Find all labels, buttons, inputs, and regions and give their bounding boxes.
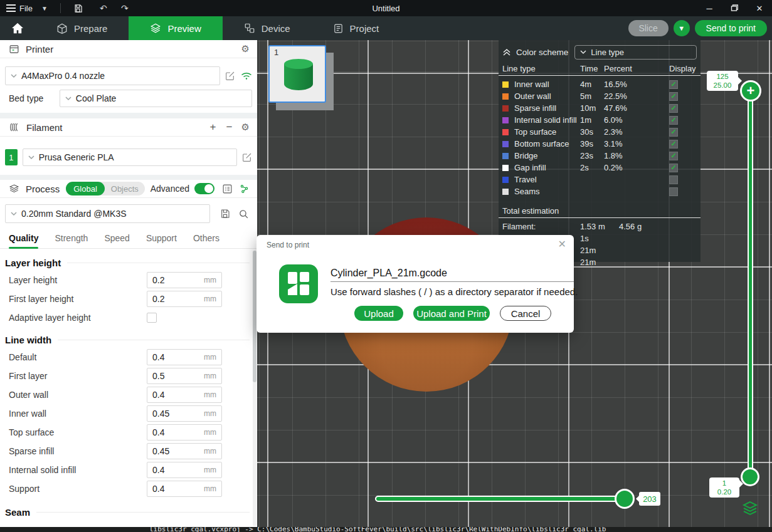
- setting-row: Default mm: [0, 349, 257, 365]
- scope-global-button[interactable]: Global: [66, 182, 105, 196]
- chevron-down-icon: [28, 155, 34, 160]
- tab-device[interactable]: Device: [223, 16, 312, 40]
- printer-preset-select[interactable]: A4MaxPro 0.4 nozzle: [5, 66, 220, 85]
- edit-filament-icon[interactable]: [242, 152, 252, 162]
- line-type-label: Outer wall: [514, 91, 580, 101]
- layer-slider-top-handle[interactable]: +: [740, 80, 761, 102]
- collapse-panel-icon[interactable]: [502, 48, 511, 56]
- view-mode-dropdown[interactable]: Line type: [574, 45, 697, 60]
- tab-support[interactable]: Support: [146, 228, 177, 249]
- tab-quality[interactable]: Quality: [9, 228, 38, 249]
- top-layer-number: 125: [709, 72, 736, 81]
- setting-row: Outer wall mm: [0, 387, 257, 403]
- display-checkbox[interactable]: ✓: [669, 164, 678, 172]
- line-width-sparse-infill-input[interactable]: [147, 446, 198, 456]
- scope-objects-button[interactable]: Objects: [105, 184, 145, 194]
- legend-column-headers: Line type Time Percent Display: [502, 61, 697, 75]
- send-to-print-button[interactable]: Send to print: [695, 20, 767, 36]
- project-icon: [333, 23, 344, 34]
- display-checkbox[interactable]: ✓: [669, 128, 678, 137]
- bottom-layer-height: 0.20: [712, 488, 737, 496]
- line-width-support-input[interactable]: [147, 484, 198, 494]
- tab-others[interactable]: Others: [193, 228, 219, 249]
- minimize-button[interactable]: ─: [697, 0, 722, 16]
- search-preset-icon[interactable]: [238, 209, 249, 219]
- move-slider-track[interactable]: [375, 496, 627, 502]
- display-checkbox[interactable]: ✓: [669, 116, 678, 125]
- legend-row: Internal solid infill 1m 6.0% ✓: [502, 114, 697, 126]
- display-checkbox[interactable]: ✓: [669, 92, 678, 101]
- bed-type-select[interactable]: Cool Plate: [60, 90, 252, 107]
- plate-thumbnail[interactable]: 1: [268, 45, 326, 103]
- display-checkbox[interactable]: ✓: [669, 80, 678, 89]
- upload-and-print-button[interactable]: Upload and Print: [413, 306, 490, 321]
- total-estimation-title: Total estimation: [502, 204, 697, 217]
- time-value: 4m: [580, 80, 604, 89]
- move-slider-handle[interactable]: [615, 489, 635, 509]
- upload-button[interactable]: Upload: [354, 306, 403, 321]
- slice-button[interactable]: Slice: [628, 20, 669, 36]
- home-button[interactable]: [0, 16, 35, 40]
- cancel-button[interactable]: Cancel: [500, 306, 551, 321]
- display-checkbox[interactable]: ✓: [669, 104, 678, 113]
- process-section-header: Process Global Objects Advanced: [0, 180, 257, 198]
- setting-label: Top surface: [9, 427, 147, 437]
- tab-device-label: Device: [262, 23, 290, 34]
- layer-height-input[interactable]: [147, 275, 198, 285]
- top-layer-height: 25.00: [709, 81, 736, 90]
- line-width-top-surface-input[interactable]: [147, 427, 198, 437]
- layers-mode-icon[interactable]: [742, 501, 758, 516]
- dialog-close-icon[interactable]: ✕: [558, 238, 566, 250]
- filename-input[interactable]: [330, 264, 574, 282]
- display-checkbox[interactable]: ✓: [669, 140, 678, 149]
- line-width-default-input[interactable]: [147, 352, 198, 362]
- line-width-internal-solid-infill-input[interactable]: [147, 465, 198, 475]
- close-button[interactable]: ✕: [747, 0, 772, 16]
- layer-slider-bottom-handle[interactable]: [741, 467, 759, 486]
- display-checkbox[interactable]: [669, 187, 678, 196]
- line-width-outer-wall-input[interactable]: [147, 390, 198, 400]
- setting-row: Layer height mm: [0, 272, 257, 288]
- legend-row: Seams: [502, 185, 697, 197]
- filament-preset-select[interactable]: Prusa Generic PLA: [23, 149, 237, 166]
- setting-row: Adaptive layer height: [0, 310, 257, 326]
- chevron-down-icon: [11, 212, 17, 216]
- adaptive-layer-height-checkbox[interactable]: [147, 313, 157, 323]
- advanced-toggle[interactable]: [194, 183, 214, 194]
- line-width-inner-wall-input[interactable]: [147, 409, 198, 419]
- process-preset-select[interactable]: 0.20mm Standard @MK3S: [5, 204, 210, 223]
- time-value: 1m: [580, 115, 604, 125]
- tab-preview[interactable]: Preview: [129, 16, 222, 40]
- parameter-list-icon[interactable]: [222, 184, 233, 194]
- display-checkbox[interactable]: [669, 175, 678, 184]
- layer-slider-track[interactable]: [748, 91, 753, 477]
- filament-settings-gear-icon[interactable]: ⚙: [241, 122, 250, 133]
- setting-label: First layer: [9, 371, 147, 381]
- add-filament-button[interactable]: +: [205, 121, 221, 133]
- percent-value: 2.3%: [604, 127, 669, 137]
- time-value: 39s: [580, 139, 604, 149]
- legend-divider: [499, 75, 701, 76]
- remove-filament-button[interactable]: −: [221, 121, 238, 133]
- wifi-connection-icon[interactable]: [241, 71, 252, 80]
- tab-project[interactable]: Project: [312, 16, 401, 40]
- color-scheme-panel: Color scheme Line type Line type Time Pe…: [499, 40, 701, 262]
- tab-prepare[interactable]: Prepare: [35, 16, 129, 40]
- send-dropdown-caret[interactable]: ▼: [674, 20, 690, 36]
- first-layer-height-input[interactable]: [147, 294, 198, 304]
- tab-strength[interactable]: Strength: [55, 228, 88, 249]
- save-preset-icon[interactable]: [220, 209, 230, 219]
- setting-label: Sparse infill: [9, 446, 147, 456]
- maximize-button[interactable]: [722, 0, 747, 16]
- estimation-value: 1.53 m: [580, 222, 619, 231]
- tune-parameters-icon[interactable]: [239, 184, 250, 194]
- line-width-first-layer-input[interactable]: [147, 371, 198, 381]
- display-checkbox[interactable]: ✓: [669, 152, 678, 160]
- tab-speed[interactable]: Speed: [104, 228, 129, 249]
- bed-type-value: Cool Plate: [76, 93, 117, 103]
- setting-row: First layer height mm: [0, 291, 257, 307]
- color-swatch: [502, 93, 509, 100]
- col-display: Display: [669, 64, 696, 73]
- edit-printer-icon[interactable]: [225, 71, 235, 81]
- printer-settings-gear-icon[interactable]: ⚙: [241, 43, 250, 55]
